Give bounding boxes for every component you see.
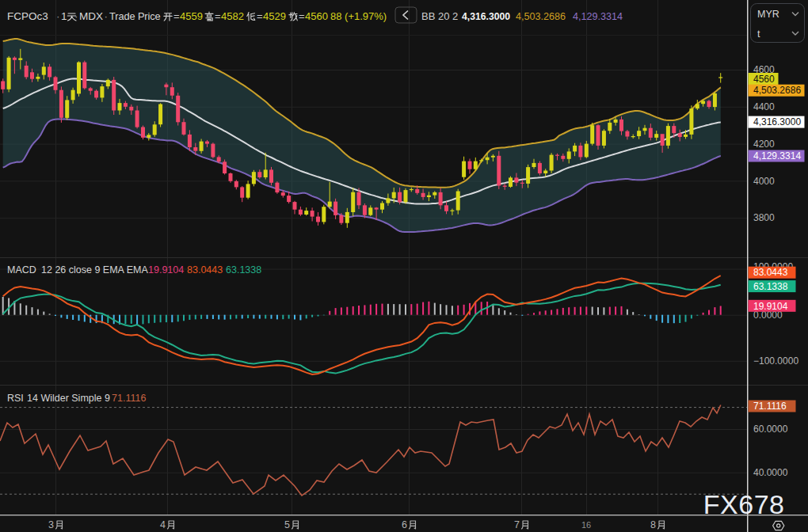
svg-text:4,129.3314: 4,129.3314 <box>573 11 623 22</box>
svg-text:83.0443: 83.0443 <box>753 267 788 278</box>
svg-text:MACD: MACD <box>7 264 36 276</box>
svg-text:·: · <box>74 10 78 22</box>
svg-text:4400: 4400 <box>753 101 775 112</box>
svg-text:6: 6 <box>402 519 407 530</box>
svg-text:1: 1 <box>61 10 67 22</box>
svg-text:4,503.2686: 4,503.2686 <box>516 11 566 22</box>
svg-text:8: 8 <box>650 519 656 530</box>
svg-text:3: 3 <box>48 519 54 530</box>
svg-text:BB 20 2: BB 20 2 <box>421 10 458 22</box>
svg-text:Trade Price: Trade Price <box>109 10 161 22</box>
svg-text:19.9104: 19.9104 <box>148 264 184 276</box>
svg-text:12 26 close 9 EMA EMA: 12 26 close 9 EMA EMA <box>41 264 148 276</box>
svg-text:MDX: MDX <box>79 10 103 22</box>
svg-text:4,503.2686: 4,503.2686 <box>753 85 801 96</box>
svg-text:=: = <box>299 10 305 22</box>
svg-text:14 Wilder Simple 9: 14 Wilder Simple 9 <box>27 393 110 404</box>
svg-text:3800: 3800 <box>753 212 775 223</box>
svg-text:88 (+1.97%): 88 (+1.97%) <box>330 10 387 22</box>
svg-text:4560: 4560 <box>305 10 328 22</box>
svg-text:40.0000: 40.0000 <box>753 467 788 478</box>
svg-text:5: 5 <box>284 519 290 530</box>
svg-text:4,316.3000: 4,316.3000 <box>753 116 801 127</box>
svg-text:4559: 4559 <box>180 10 203 22</box>
svg-text:4: 4 <box>160 519 166 530</box>
svg-text:RSI: RSI <box>7 393 24 404</box>
svg-text:63.1338: 63.1338 <box>753 281 788 292</box>
svg-text:·: · <box>105 10 109 22</box>
svg-text:7: 7 <box>514 519 520 530</box>
svg-text:4200: 4200 <box>753 139 775 150</box>
svg-text:FCPOc3: FCPOc3 <box>7 10 48 22</box>
svg-text:=: = <box>173 10 180 22</box>
svg-text:FX678: FX678 <box>703 489 785 519</box>
svg-text:=: = <box>215 10 221 22</box>
svg-text:4,129.3314: 4,129.3314 <box>753 150 801 162</box>
svg-text:4000: 4000 <box>753 176 775 187</box>
svg-text:60.0000: 60.0000 <box>753 424 788 435</box>
svg-text:=: = <box>257 10 263 22</box>
svg-text:t: t <box>757 28 760 40</box>
svg-text:4582: 4582 <box>221 10 244 22</box>
svg-text:71.1116: 71.1116 <box>753 401 787 412</box>
svg-text:16: 16 <box>581 520 591 530</box>
svg-text:19.9104: 19.9104 <box>753 301 788 312</box>
svg-text:MYR: MYR <box>757 9 779 20</box>
svg-text:4529: 4529 <box>263 10 286 22</box>
svg-text:63.1338: 63.1338 <box>226 264 261 276</box>
svg-text:·: · <box>56 10 60 22</box>
svg-text:−100.0000: −100.0000 <box>753 355 798 367</box>
svg-text:4560: 4560 <box>753 74 775 85</box>
svg-text:71.1116: 71.1116 <box>112 393 146 404</box>
svg-text:4,316.3000: 4,316.3000 <box>462 11 510 22</box>
svg-text:83.0443: 83.0443 <box>187 264 223 276</box>
